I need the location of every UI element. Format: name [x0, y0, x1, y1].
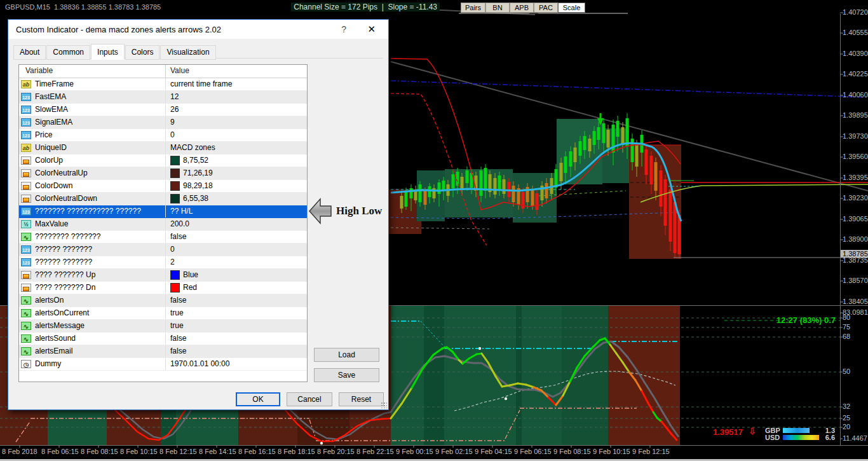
save-button[interactable]: Save: [314, 368, 379, 382]
param-row-10[interactable]: ColorNeutralDown6,55,38: [19, 193, 307, 205]
time-axis[interactable]: 8 Feb 20188 Feb 06:158 Feb 08:158 Feb 10…: [0, 445, 868, 459]
param-row-14[interactable]: 123?????? ???????0: [19, 244, 307, 256]
param-value: 0: [170, 129, 175, 141]
color-swatch: [170, 194, 180, 203]
param-row-23[interactable]: ◷Dummy1970.01.01 00:00: [19, 358, 307, 371]
time-label: 8 Feb 16:15: [238, 448, 276, 455]
param-name: alertsEmail: [35, 345, 72, 357]
param-row-21[interactable]: ∿alertsSoundfalse: [19, 333, 307, 345]
axis-label: 1.39560: [843, 153, 868, 160]
param-row-19[interactable]: ∿alertsOnCurrenttrue: [19, 307, 307, 320]
price-axis[interactable]: 1.407201.405551.403901.402251.400601.398…: [841, 0, 868, 445]
int-type-icon: 123: [21, 93, 31, 101]
down-arrow-icon: ⇩: [749, 426, 756, 436]
tab-visualization[interactable]: Visualization: [160, 45, 215, 60]
param-value: 98,29,18: [183, 180, 213, 192]
param-name: ??????? ??????????? ??????: [35, 205, 141, 217]
int-type-icon: 123: [21, 118, 31, 127]
param-row-17[interactable]: ???? ??????? DnRed: [19, 282, 307, 294]
time-label: 9 Feb 02:15: [435, 448, 473, 455]
axis-label: 1.38405: [843, 298, 868, 305]
axis-label: 1.39730: [843, 132, 868, 140]
param-row-1[interactable]: abTimeFramecurrent time frame: [19, 78, 307, 91]
param-name: alertsMessage: [35, 320, 85, 332]
load-button[interactable]: Load: [314, 348, 379, 362]
color-type-icon: [21, 156, 31, 165]
param-row-3[interactable]: 123SlowEMA26: [19, 104, 307, 116]
param-row-9[interactable]: ColorDown98,29,18: [19, 180, 307, 193]
param-row-8[interactable]: ColorNeutralUp71,26,19: [19, 167, 307, 180]
color-type-icon: [21, 195, 31, 203]
axis-label: 1.38900: [843, 235, 868, 243]
tab-common[interactable]: Common: [46, 45, 90, 60]
color-swatch: [170, 156, 180, 165]
param-row-13[interactable]: ∿???????? ???????false: [19, 231, 307, 244]
axis-label: 1.40225: [843, 70, 868, 78]
time-label: 8 Feb 14:15: [199, 448, 236, 455]
param-row-18[interactable]: ∿alertsOnfalse: [19, 294, 307, 307]
param-name: MaxValue: [35, 218, 68, 230]
tab-about[interactable]: About: [13, 45, 46, 60]
param-row-15[interactable]: 123?????? ???????2: [19, 256, 307, 269]
param-name: SlowEMA: [35, 104, 68, 116]
topbar-button-bn[interactable]: BN: [485, 3, 510, 13]
param-name: ?????? ???????: [35, 256, 92, 268]
int-type-icon: 123: [21, 258, 31, 266]
param-row-4[interactable]: 123SignalEMA9: [19, 116, 307, 129]
param-row-7[interactable]: ColorUp8,75,52: [19, 155, 307, 167]
param-name: UniqueID: [35, 142, 67, 154]
time-label: 8 Feb 22:15: [356, 448, 394, 455]
time-label: 9 Feb 08:15: [553, 448, 591, 455]
topbar-button-scale-fix[interactable]: Scale Fix: [558, 3, 585, 13]
param-name: FastEMA: [35, 91, 66, 103]
axis-label: 32: [843, 403, 850, 410]
bool-type-icon: ∿: [21, 296, 31, 305]
axis-label: 80: [843, 313, 850, 321]
tab-colors[interactable]: Colors: [125, 45, 160, 60]
topbar-button-pairs[interactable]: Pairs: [461, 3, 485, 13]
time-label: 8 Feb 12:15: [159, 448, 197, 455]
bool-type-icon: ∿: [21, 334, 31, 343]
param-table-body: abTimeFramecurrent time frame123FastEMA1…: [19, 78, 307, 371]
axis-label: 20: [843, 423, 850, 430]
param-row-16[interactable]: ???? ??????? UpBlue: [19, 269, 307, 282]
param-name: alertsSound: [35, 333, 76, 345]
axis-label: 1.40555: [843, 29, 868, 36]
param-row-22[interactable]: ∿alertsEmailfalse: [19, 345, 307, 358]
reset-button[interactable]: Reset: [339, 392, 384, 406]
param-row-2[interactable]: 123FastEMA12: [19, 91, 307, 104]
close-icon[interactable]: ✕: [367, 24, 376, 35]
time-label: 9 Feb 04:15: [475, 448, 512, 455]
time-label: 9 Feb 12:15: [632, 448, 670, 455]
ok-button[interactable]: OK: [236, 392, 280, 406]
tab-inputs[interactable]: Inputs: [91, 44, 125, 60]
int-type-icon: 123: [21, 245, 31, 254]
param-row-5[interactable]: 123Price0: [19, 129, 307, 142]
parameters-table: Variable Value abTimeFramecurrent time f…: [18, 64, 308, 382]
topbar-button-pac[interactable]: PAC: [534, 3, 558, 13]
param-name: ???? ??????? Up: [35, 269, 95, 281]
left-arrow-icon: [309, 198, 332, 224]
param-name: ColorDown: [35, 180, 72, 192]
param-name: Price: [35, 129, 52, 141]
resize-grip[interactable]: [381, 402, 387, 408]
int-type-icon: 123: [21, 106, 31, 114]
param-name: ColorUp: [35, 155, 63, 167]
param-row-12[interactable]: ½MaxValue200.0: [19, 218, 307, 231]
color-type-icon: [21, 182, 31, 190]
help-button[interactable]: ?: [341, 24, 346, 34]
cancel-button[interactable]: Cancel: [287, 392, 332, 406]
param-row-20[interactable]: ∿alertsMessagetrue: [19, 320, 307, 333]
int-type-icon: 123: [21, 131, 31, 139]
topbar-button-apb[interactable]: APB: [510, 3, 534, 13]
axis-label: 1.38570: [843, 277, 868, 284]
time-label: 8 Feb 10:15: [120, 448, 158, 455]
color-type-icon: [21, 169, 31, 177]
bool-type-icon: ∿: [21, 309, 31, 317]
param-name: alertsOnCurrent: [35, 307, 89, 319]
dialog-titlebar[interactable]: Custom Indicator - dema macd zones alert…: [8, 20, 388, 39]
param-row-11[interactable]: 123??????? ??????????? ???????? H/L: [19, 205, 307, 218]
param-row-6[interactable]: abUniqueIDMACD zones: [19, 142, 307, 155]
time-label: 9 Feb 00:15: [396, 448, 433, 455]
table-header: Variable Value: [19, 65, 307, 78]
